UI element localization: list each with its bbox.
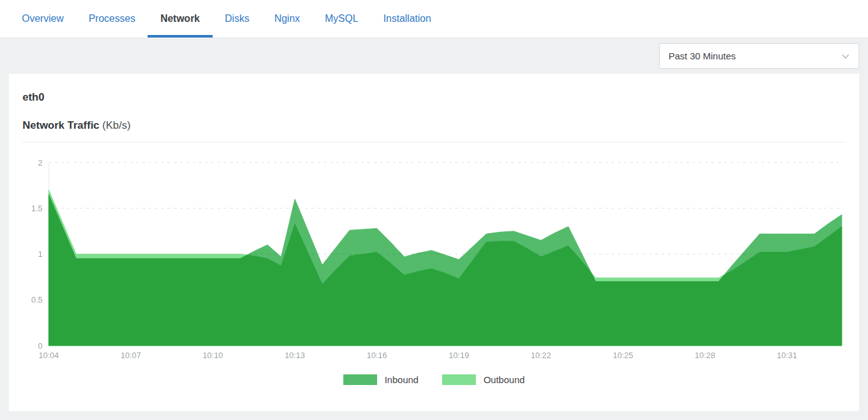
legend-swatch-outbound <box>442 374 476 385</box>
x-tick-label: 10:22 <box>531 351 552 360</box>
tab-bar: OverviewProcessesNetworkDisksNginxMySQLI… <box>0 0 868 38</box>
x-tick-label: 10:25 <box>613 351 633 360</box>
interface-name: eth0 <box>23 74 845 104</box>
network-card: eth0 Network Traffic (Kb/s) 00.511.5210:… <box>9 74 859 411</box>
x-tick-label: 10:10 <box>203 351 223 360</box>
x-tick-label: 10:13 <box>285 351 305 360</box>
y-tick-label: 1.5 <box>31 204 43 213</box>
tab-overview[interactable]: Overview <box>9 0 76 38</box>
x-tick-label: 10:07 <box>121 351 141 360</box>
legend-label: Inbound <box>385 374 418 385</box>
y-tick-label: 0 <box>38 341 43 351</box>
chart-title: Network Traffic (Kb/s) <box>23 119 845 132</box>
x-tick-label: 10:19 <box>449 351 470 360</box>
tab-installation[interactable]: Installation <box>371 0 444 38</box>
legend-swatch-inbound <box>343 374 377 385</box>
y-tick-label: 1 <box>38 249 43 259</box>
y-tick-label: 2 <box>38 158 43 168</box>
x-tick-label: 10:28 <box>695 351 715 360</box>
time-range-value: Past 30 Minutes <box>669 51 736 61</box>
legend-item-inbound: Inbound <box>343 374 418 385</box>
network-traffic-chart: 00.511.5210:0410:0710:1010:1310:1610:191… <box>23 146 845 366</box>
legend-label: Outbound <box>483 374 525 385</box>
chart-legend: InboundOutbound <box>23 374 845 385</box>
tab-mysql[interactable]: MySQL <box>313 0 371 38</box>
tab-nginx[interactable]: Nginx <box>262 0 313 38</box>
divider <box>23 142 845 142</box>
tab-disks[interactable]: Disks <box>213 0 262 38</box>
tab-processes[interactable]: Processes <box>76 0 148 38</box>
x-tick-label: 10:04 <box>39 351 59 360</box>
chart-title-text: Network Traffic <box>23 119 99 131</box>
tab-network[interactable]: Network <box>148 0 212 38</box>
x-tick-label: 10:16 <box>366 351 387 360</box>
chevron-down-icon <box>840 51 851 62</box>
legend-item-outbound: Outbound <box>442 374 525 385</box>
chart-unit-text: (Kb/s) <box>99 119 131 131</box>
time-range-select[interactable]: Past 30 Minutes <box>659 43 859 69</box>
toolbar-band: Past 30 Minutes <box>0 38 868 74</box>
inbound-area <box>49 194 842 346</box>
x-tick-label: 10:31 <box>777 351 797 360</box>
y-tick-label: 0.5 <box>31 295 43 304</box>
